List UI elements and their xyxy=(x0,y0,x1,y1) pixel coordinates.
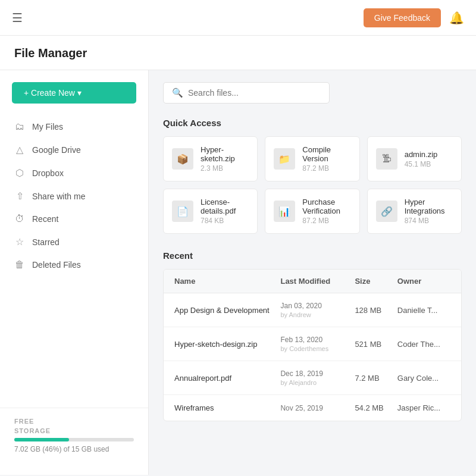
table-row[interactable]: Annualreport.pdf Dec 18, 2019 by Alejand… xyxy=(164,361,461,395)
table-col-1: Last Modified xyxy=(280,277,355,286)
quick-card-size-3: 784 KB xyxy=(201,217,249,225)
row-by-2: by Alejandro xyxy=(280,379,355,386)
sidebar-item-starred[interactable]: ☆ Starred xyxy=(0,230,148,253)
search-bar: 🔍 xyxy=(163,82,330,104)
hamburger-icon[interactable]: ☰ xyxy=(12,11,23,25)
row-owner-0: Danielle T... xyxy=(397,306,450,315)
quick-card-icon-0: 📦 xyxy=(172,148,193,170)
quick-card-name-4: Purchase Verification xyxy=(302,198,350,215)
sidebar: + Create New ▾ 🗂 My Files △ Google Drive… xyxy=(0,70,149,475)
sidebar-storage: FREE STORAGE 7.02 GB (46%) of 15 GB used xyxy=(0,408,148,463)
quick-card-name-1: Compile Version xyxy=(302,145,350,163)
deleted-files-icon: 🗑 xyxy=(14,259,25,270)
row-name-2: Annualreport.pdf xyxy=(174,374,280,383)
storage-bar-background xyxy=(14,438,134,441)
recent-label: Recent xyxy=(32,214,58,224)
sidebar-item-dropbox[interactable]: ⬡ Dropbox xyxy=(0,161,148,184)
row-modified-0: Jan 03, 2020 by Andrew xyxy=(280,302,355,318)
quick-card-size-5: 874 MB xyxy=(405,217,453,225)
quick-card-icon-1: 📁 xyxy=(274,148,295,170)
quick-card-4[interactable]: 📊 Purchase Verification 87.2 MB xyxy=(265,189,359,234)
starred-label: Starred xyxy=(32,237,60,247)
quick-card-info-4: Purchase Verification 87.2 MB xyxy=(302,198,350,225)
my-files-label: My Files xyxy=(32,122,63,131)
table-row[interactable]: Hyper-sketch-design.zip Feb 13, 2020 by … xyxy=(164,327,461,361)
table-header: NameLast ModifiedSizeOwner xyxy=(164,270,461,293)
bell-icon[interactable]: 🔔 xyxy=(449,11,464,25)
top-nav: ☰ Give Feedback 🔔 xyxy=(0,0,476,36)
deleted-files-label: Deleted Files xyxy=(32,260,81,270)
quick-card-name-5: Hyper Integrations xyxy=(405,198,453,215)
quick-card-size-4: 87.2 MB xyxy=(302,217,350,225)
row-name-3: Wireframes xyxy=(174,403,280,412)
quick-card-icon-2: 🗜 xyxy=(376,148,397,170)
table-col-3: Owner xyxy=(397,277,450,286)
sidebar-item-deleted-files[interactable]: 🗑 Deleted Files xyxy=(0,253,148,276)
recent-title: Recent xyxy=(163,250,462,261)
row-modified-1: Feb 13, 2020 by Coderthemes xyxy=(280,336,355,352)
quick-card-info-2: admin.zip 45.1 MB xyxy=(405,150,438,168)
search-icon: 🔍 xyxy=(172,87,183,98)
quick-card-5[interactable]: 🔗 Hyper Integrations 874 MB xyxy=(367,189,462,234)
dropbox-icon: ⬡ xyxy=(14,167,25,178)
quick-card-icon-3: 📄 xyxy=(172,201,193,222)
quick-card-info-5: Hyper Integrations 874 MB xyxy=(405,198,453,225)
top-nav-left: ☰ xyxy=(12,11,23,25)
main-layout: + Create New ▾ 🗂 My Files △ Google Drive… xyxy=(0,70,476,475)
search-input[interactable] xyxy=(188,88,321,98)
quick-card-size-0: 2.3 MB xyxy=(201,164,249,173)
row-by-0: by Andrew xyxy=(280,311,355,318)
row-size-3: 54.2 MB xyxy=(355,403,397,412)
row-size-1: 521 MB xyxy=(355,340,397,349)
sidebar-item-my-files[interactable]: 🗂 My Files xyxy=(0,115,148,138)
my-files-icon: 🗂 xyxy=(14,121,25,132)
sidebar-item-recent[interactable]: ⏱ Recent xyxy=(0,208,148,230)
quick-card-name-2: admin.zip xyxy=(405,150,438,159)
page-title: File Manager xyxy=(14,46,462,60)
table-row[interactable]: Wireframes Nov 25, 2019 54.2 MB Jasper R… xyxy=(164,395,461,421)
quick-access-title: Quick Access xyxy=(163,118,462,128)
row-modified-3: Nov 25, 2019 xyxy=(280,404,355,412)
create-new-button[interactable]: + Create New ▾ xyxy=(12,82,136,104)
row-name-1: Hyper-sketch-design.zip xyxy=(174,340,280,349)
quick-card-icon-4: 📊 xyxy=(274,201,295,222)
share-with-me-icon: ⇧ xyxy=(14,190,25,202)
row-owner-3: Jasper Ric... xyxy=(397,403,450,412)
quick-card-info-1: Compile Version 87.2 MB xyxy=(302,145,350,173)
storage-usage-text: 7.02 GB (46%) of 15 GB used xyxy=(14,445,134,453)
row-owner-2: Gary Cole... xyxy=(397,374,450,383)
quick-card-size-2: 45.1 MB xyxy=(405,160,438,168)
table-body: App Design & Development Jan 03, 2020 by… xyxy=(164,293,461,421)
table-col-0: Name xyxy=(174,277,280,286)
quick-card-3[interactable]: 📄 License-details.pdf 784 KB xyxy=(163,189,258,234)
quick-access-section: Quick Access 📦 Hyper-sketch.zip 2.3 MB 📁… xyxy=(163,118,462,234)
row-size-0: 128 MB xyxy=(355,306,397,315)
quick-card-info-3: License-details.pdf 784 KB xyxy=(201,198,249,225)
quick-card-name-3: License-details.pdf xyxy=(201,198,249,215)
sidebar-item-share-with-me[interactable]: ⇧ Share with me xyxy=(0,184,148,208)
storage-bar-fill xyxy=(14,438,69,441)
row-name-0: App Design & Development xyxy=(174,306,280,315)
table-col-2: Size xyxy=(355,277,397,286)
recent-section: Recent NameLast ModifiedSizeOwner App De… xyxy=(163,250,462,421)
quick-card-1[interactable]: 📁 Compile Version 87.2 MB xyxy=(265,136,359,181)
main-content: 🔍 Quick Access 📦 Hyper-sketch.zip 2.3 MB… xyxy=(149,70,476,475)
storage-free-label: FREE xyxy=(14,418,134,425)
top-nav-right: Give Feedback 🔔 xyxy=(364,8,464,27)
storage-label: STORAGE xyxy=(14,427,134,434)
quick-card-info-0: Hyper-sketch.zip 2.3 MB xyxy=(201,145,249,173)
give-feedback-button[interactable]: Give Feedback xyxy=(364,8,441,27)
share-with-me-label: Share with me xyxy=(32,192,85,201)
quick-card-name-0: Hyper-sketch.zip xyxy=(201,145,249,163)
quick-card-0[interactable]: 📦 Hyper-sketch.zip 2.3 MB xyxy=(163,136,258,181)
quick-access-grid: 📦 Hyper-sketch.zip 2.3 MB 📁 Compile Vers… xyxy=(163,136,462,234)
sidebar-nav: 🗂 My Files △ Google Drive ⬡ Dropbox ⇧ Sh… xyxy=(0,115,148,402)
table-row[interactable]: App Design & Development Jan 03, 2020 by… xyxy=(164,293,461,327)
starred-icon: ☆ xyxy=(14,236,25,248)
row-modified-2: Dec 18, 2019 by Alejandro xyxy=(280,369,355,386)
quick-card-2[interactable]: 🗜 admin.zip 45.1 MB xyxy=(367,136,462,181)
row-owner-1: Coder The... xyxy=(397,340,450,349)
row-size-2: 7.2 MB xyxy=(355,374,397,383)
sidebar-item-google-drive[interactable]: △ Google Drive xyxy=(0,138,148,161)
quick-card-icon-5: 🔗 xyxy=(376,201,397,222)
